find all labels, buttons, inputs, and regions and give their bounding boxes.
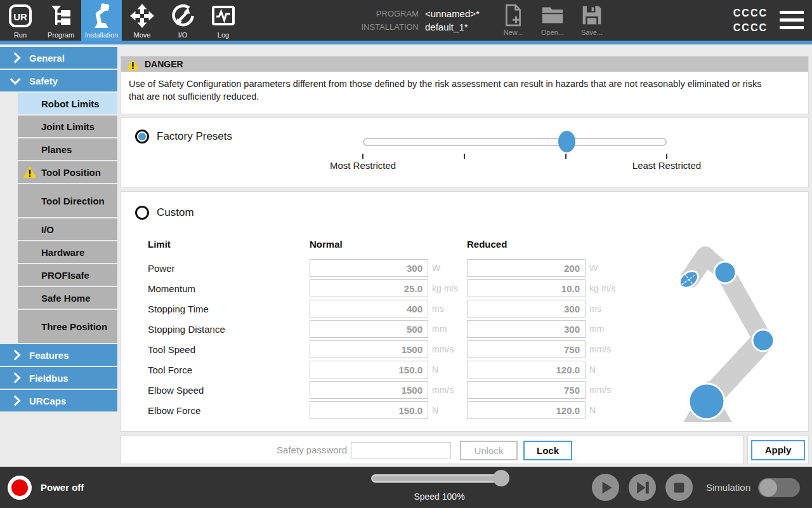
sidebar-section-general[interactable]: General: [0, 47, 117, 69]
simulation-toggle[interactable]: [758, 478, 800, 497]
radio-unselected-icon: [135, 206, 149, 220]
tool-force-normal-input[interactable]: [310, 361, 428, 378]
slider-tick: [565, 154, 566, 159]
sidebar-section-fieldbus[interactable]: Fieldbus: [0, 367, 117, 389]
unit-label: N: [586, 364, 643, 375]
tab-installation[interactable]: Installation: [81, 0, 122, 41]
elbow-speed-reduced-input[interactable]: [467, 381, 586, 399]
warning-icon: [126, 58, 140, 70]
row-label: Elbow Force: [148, 405, 310, 416]
apply-button[interactable]: Apply: [751, 440, 805, 460]
column-header-limit: Limit: [148, 236, 310, 250]
sidebar-item-three-position[interactable]: Three Position: [18, 310, 117, 343]
restriction-slider-track[interactable]: [363, 138, 667, 146]
play-icon: [592, 474, 619, 502]
main-tabs: UR Run Program Installation Mo: [0, 0, 244, 41]
tool-force-reduced-input[interactable]: [467, 361, 586, 378]
momentum-normal-input[interactable]: [310, 279, 428, 297]
sidebar: General Safety Robot Limits Joint Limits…: [0, 44, 121, 467]
io-icon: [170, 0, 195, 31]
custom-radio[interactable]: Custom: [135, 206, 194, 220]
robot-arm-illustration: [659, 246, 808, 429]
sidebar-section-urcaps[interactable]: URCaps: [0, 390, 117, 411]
custom-panel: Custom Limit Normal Reduced Power W W Mo…: [121, 191, 809, 432]
sidebar-item-robot-limits[interactable]: Robot Limits: [18, 93, 117, 114]
program-info: PROGRAM <unnamed>* INSTALLATION default_…: [330, 7, 480, 34]
ur-logo-icon: UR: [8, 0, 32, 31]
step-button[interactable]: [629, 474, 656, 501]
tab-run[interactable]: UR Run: [0, 0, 41, 41]
slider-tick: [666, 154, 667, 159]
power-normal-input[interactable]: [310, 259, 428, 277]
elbow-force-reduced-input[interactable]: [467, 401, 586, 419]
stopping-distance-normal-input[interactable]: [310, 320, 428, 338]
tool-speed-normal-input[interactable]: [310, 340, 428, 358]
open-button[interactable]: Open...: [533, 4, 572, 36]
safety-password-input[interactable]: [351, 442, 451, 458]
row-label: Tool Speed: [148, 344, 310, 355]
safety-password-bar: Safety password Unlock Lock: [121, 436, 743, 464]
sidebar-item-planes[interactable]: Planes: [18, 138, 117, 160]
new-file-icon: [504, 4, 523, 27]
tool-speed-reduced-input[interactable]: [467, 340, 586, 358]
sidebar-item-tool-direction[interactable]: Tool Direction: [18, 184, 117, 217]
play-button[interactable]: [592, 474, 619, 501]
sidebar-item-tool-position[interactable]: Tool Position: [18, 161, 117, 183]
unlock-button[interactable]: Unlock: [460, 441, 518, 460]
sidebar-item-io[interactable]: I/O: [18, 218, 117, 240]
speed-slider-thumb[interactable]: [493, 470, 509, 486]
tab-io[interactable]: I/O: [162, 0, 203, 41]
log-chart-icon: [211, 0, 236, 31]
unit-label: mm: [428, 324, 467, 334]
elbow-force-normal-input[interactable]: [310, 401, 428, 419]
row-label: Power: [148, 263, 310, 274]
restriction-slider-thumb[interactable]: [558, 131, 575, 152]
elbow-speed-normal-input[interactable]: [310, 381, 428, 399]
sidebar-item-profisafe[interactable]: PROFIsafe: [18, 264, 117, 286]
momentum-reduced-input[interactable]: [467, 279, 586, 297]
unit-label: W: [586, 263, 643, 273]
unit-label: ms: [586, 304, 643, 314]
stop-button[interactable]: [665, 474, 693, 501]
column-header-normal: Normal: [310, 236, 428, 250]
open-folder-icon: [541, 4, 564, 27]
program-name: <unnamed>*: [425, 7, 480, 20]
sidebar-item-joint-limits[interactable]: Joint Limits: [18, 116, 117, 137]
hamburger-menu-icon[interactable]: [780, 11, 804, 29]
row-label: Stopping Distance: [148, 324, 310, 335]
stopping-time-reduced-input[interactable]: [467, 300, 586, 318]
unit-label: mm: [586, 324, 643, 334]
power-status-button[interactable]: Power off: [8, 467, 84, 508]
unit-label: W: [428, 263, 467, 273]
tab-move[interactable]: Move: [122, 0, 162, 41]
stopping-time-normal-input[interactable]: [310, 300, 428, 318]
speed-slider[interactable]: [371, 474, 508, 483]
footer-bar: Power off Speed 100% Simulation: [0, 467, 812, 508]
sidebar-section-features[interactable]: Features: [0, 344, 117, 366]
factory-presets-radio[interactable]: Factory Presets: [135, 130, 232, 144]
top-header: UR Run Program Installation Mo: [0, 0, 812, 41]
robot-arm-icon: [89, 0, 114, 31]
save-button[interactable]: Save...: [572, 4, 612, 36]
tab-log[interactable]: Log: [203, 0, 244, 41]
unit-label: N: [428, 364, 467, 375]
unit-label: mm/s: [586, 344, 643, 354]
power-reduced-input[interactable]: [467, 259, 586, 277]
row-label: Elbow Speed: [148, 385, 310, 396]
factory-presets-panel: Factory Presets Most Restricted Least Re…: [121, 117, 809, 187]
playback-controls: [592, 474, 693, 501]
program-tree-icon: [49, 0, 72, 31]
new-button[interactable]: New...: [494, 4, 533, 36]
sidebar-section-safety[interactable]: Safety: [0, 70, 117, 91]
unit-label: mm/s: [586, 385, 643, 395]
lock-button[interactable]: Lock: [523, 441, 572, 460]
program-label: PROGRAM: [330, 7, 419, 20]
slider-tick: [362, 154, 363, 159]
power-off-indicator-icon: [8, 476, 32, 500]
unit-label: mm/s: [428, 385, 467, 395]
tab-program[interactable]: Program: [41, 0, 81, 41]
sidebar-item-hardware[interactable]: Hardware: [18, 241, 117, 263]
main-content: DANGER Use of Safety Configuration param…: [121, 44, 812, 467]
sidebar-item-safe-home[interactable]: Safe Home: [18, 287, 117, 309]
stopping-distance-reduced-input[interactable]: [467, 320, 586, 338]
